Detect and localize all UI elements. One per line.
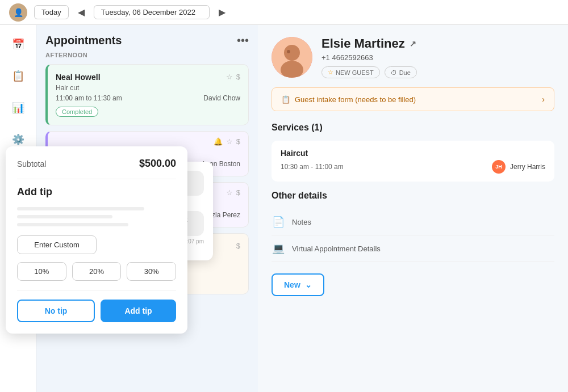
staff-avatar-sm-1: JH [492, 160, 506, 174]
client-header: Elsie Martinez ↗ +1 4662592663 ☆ NEW GUE… [272, 36, 554, 78]
section-afternoon-label: AFTERNOON [45, 52, 249, 58]
tip-line-3 [17, 223, 128, 226]
other-details: Other details 📄 Notes 💻 Virtual Appointm… [272, 191, 554, 262]
new-btn-container: New ⌄ [272, 273, 554, 296]
prev-date-button[interactable]: ◀ [76, 7, 87, 18]
virtual-appt-item[interactable]: 💻 Virtual Appointment Details [272, 235, 554, 262]
alert-banner[interactable]: 📋 Guest intake form (needs to be filled)… [272, 87, 554, 111]
tip-20-button[interactable]: 20% [72, 262, 122, 281]
client-badges: ☆ NEW GUEST ⏱ Due [321, 66, 554, 78]
enter-custom-button[interactable]: Enter Custom [17, 235, 97, 254]
subtotal-label: Subtotal [17, 159, 46, 168]
subtotal-row: Subtotal $500.00 [17, 158, 176, 170]
new-guest-badge: ☆ NEW GUEST [321, 66, 380, 78]
tip-line-1 [17, 207, 144, 210]
virtual-icon: 💻 [272, 242, 285, 255]
bell-icon-2: 🔔 [214, 137, 223, 146]
no-tip-button[interactable]: No tip [17, 300, 95, 322]
due-badge: ⏱ Due [385, 66, 417, 78]
tip-divider-2 [17, 290, 176, 290]
dollar-icon-4: $ [236, 242, 240, 250]
date-selector[interactable]: Tuesday, 06 December 2022 [94, 5, 210, 19]
dollar-icon-3: $ [236, 188, 240, 197]
today-button[interactable]: Today [34, 5, 69, 19]
due-label: Due [399, 69, 411, 76]
clipboard-icon[interactable]: 📋 [8, 66, 28, 86]
tip-actions: No tip Add tip [17, 300, 176, 322]
service-meta-1: 10:30 am - 11:00 am JH Jerry Harris [281, 160, 545, 174]
dollar-icon-2: $ [236, 137, 240, 146]
service-name-1: Haircut [281, 149, 545, 158]
appt-staff-1: David Chow [203, 94, 240, 102]
tip-divider-1 [17, 179, 176, 179]
client-info: Elsie Martinez ↗ +1 4662592663 ☆ NEW GUE… [321, 36, 554, 78]
notes-label: Notes [292, 218, 311, 226]
right-panel: Elsie Martinez ↗ +1 4662592663 ☆ NEW GUE… [258, 25, 568, 392]
star-icon-3: ☆ [226, 188, 233, 197]
service-time-1: 10:30 am - 11:00 am [281, 163, 344, 171]
notes-icon: 📄 [272, 216, 285, 228]
new-button-label: New [284, 280, 300, 289]
appt-actions-1: ☆ $ [226, 73, 240, 81]
tip-percentages: 10% 20% 30% [17, 262, 176, 281]
top-bar: 👤 Today ◀ Tuesday, 06 December 2022 ▶ [0, 0, 568, 25]
star-badge-icon: ☆ [328, 69, 333, 76]
tip-card: Subtotal $500.00 Add tip Enter Custom 10… [6, 146, 187, 334]
client-name: Elsie Martinez ↗ [321, 36, 554, 51]
client-name-text: Elsie Martinez [321, 36, 405, 51]
new-button[interactable]: New ⌄ [272, 273, 324, 296]
appointment-card-1[interactable]: Neal Howell ☆ $ Hair cut 11:00 am to 11:… [45, 64, 249, 125]
services-title: Services (1) [272, 123, 554, 133]
appt-status-1: Completed [56, 107, 98, 117]
client-phone: +1 4662592663 [321, 53, 554, 62]
svg-point-3 [287, 50, 290, 53]
external-link-icon[interactable]: ↗ [410, 39, 416, 48]
appt-service-1: Hair cut [56, 84, 240, 92]
chart-icon[interactable]: 📊 [8, 98, 28, 118]
staff-name-1: Jerry Harris [510, 163, 545, 171]
appointments-menu-button[interactable]: ••• [237, 34, 249, 47]
appt-time-1: 11:00 am to 11:30 am [56, 94, 122, 102]
alert-text: 📋 Guest intake form (needs to be filled) [281, 95, 416, 104]
due-icon: ⏱ [391, 69, 397, 76]
tip-10-button[interactable]: 10% [17, 262, 66, 281]
tip-line-2 [17, 215, 112, 218]
add-tip-title: Add tip [17, 186, 176, 198]
client-avatar [272, 37, 312, 78]
notes-item[interactable]: 📄 Notes [272, 209, 554, 235]
tip-30-button[interactable]: 30% [127, 262, 176, 281]
appt-actions-4: $ [236, 242, 240, 250]
appt-name-1: Neal Howell [56, 73, 101, 82]
alert-arrow-icon: › [542, 95, 545, 104]
subtotal-amount: $500.00 [139, 158, 176, 170]
star-icon-2: ☆ [226, 137, 233, 146]
next-date-button[interactable]: ▶ [216, 7, 228, 18]
other-details-title: Other details [272, 191, 554, 201]
appointments-header: Appointments ••• [45, 34, 249, 47]
form-icon: 📋 [281, 95, 290, 104]
add-tip-button[interactable]: Add tip [101, 300, 176, 322]
alert-message: Guest intake form (needs to be filled) [295, 95, 416, 104]
star-icon-1: ☆ [226, 73, 233, 81]
new-guest-label: NEW GUEST [336, 69, 374, 76]
appointments-title: Appointments [45, 34, 122, 47]
chevron-down-icon: ⌄ [305, 280, 312, 289]
svg-point-1 [284, 45, 300, 61]
service-card-1: Haircut 10:30 am - 11:00 am JH Jerry Har… [272, 141, 554, 182]
virtual-label: Virtual Appointment Details [292, 245, 381, 253]
service-staff-1: JH Jerry Harris [492, 160, 545, 174]
calendar-icon[interactable]: 📅 [8, 34, 28, 54]
dollar-icon-1: $ [236, 73, 240, 81]
user-avatar[interactable]: 👤 [9, 3, 27, 22]
